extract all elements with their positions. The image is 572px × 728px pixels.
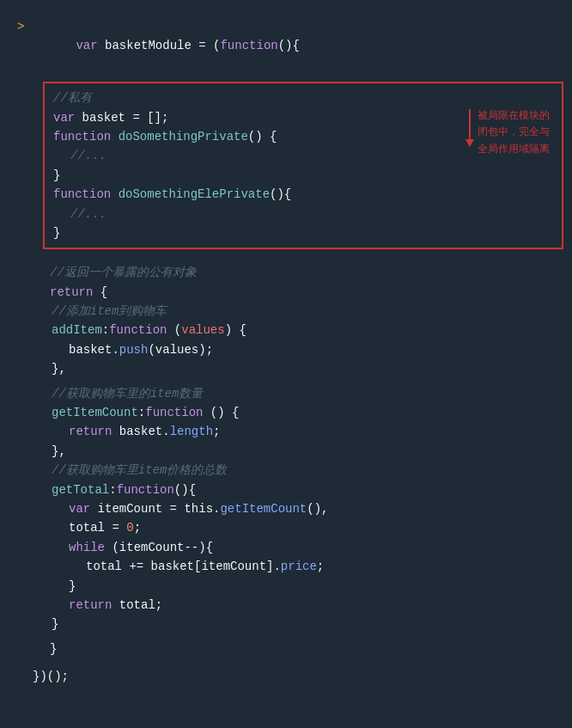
annotation-arrow (466, 109, 474, 147)
return-comment: //返回一个暴露的公有对象 (17, 263, 563, 282)
additem-declaration: addItem:function (values) { (17, 321, 563, 340)
while-loop: while (itemCount--){ (17, 538, 563, 557)
return-basket-length: return basket.length; (17, 422, 563, 441)
private-comment: //私有 (53, 89, 553, 107)
function-doSomethingElePrivate: function doSomethingElePrivate(){ (53, 185, 553, 204)
getitemcount-comment: //获取购物车里的item数量 (17, 384, 563, 403)
close-gettotal: } (17, 615, 563, 633)
var-name: basketModule (105, 39, 192, 52)
getitemcount-declaration: getItemCount:function () { (17, 403, 563, 422)
var-total: total = 0; (17, 518, 563, 537)
keyword-var: var (76, 39, 105, 52)
basket-push: basket.push(values); (17, 340, 563, 359)
close-return-obj: } (17, 639, 563, 658)
annotation-container: 被局限在模块的闭包中，完全与全局作用域隔离 (466, 107, 551, 157)
close-additem: }, (17, 359, 563, 378)
line-1: > var basketModule = (function(){ (17, 17, 563, 75)
close-brace-1: } (53, 166, 553, 185)
annotation-text: 被局限在模块的闭包中，完全与全局作用域隔离 (478, 107, 551, 157)
close-getitemcount: }, (17, 442, 563, 461)
close-brace-2: } (53, 223, 553, 242)
total-increment: total += basket[itemCount].price; (17, 557, 563, 576)
comment-ellipsis-2: //... (53, 205, 553, 223)
return-statement: return { (17, 283, 563, 302)
keyword-function: function (220, 39, 277, 52)
additem-comment: //添加item到购物车 (17, 302, 563, 321)
gutter-arrow: > (17, 17, 33, 36)
var-itemcount: var itemCount = this.getItemCount(), (17, 499, 563, 518)
code-editor: > var basketModule = (function(){ //私有 v… (0, 0, 572, 704)
gettotal-declaration: getTotal:function(){ (17, 480, 563, 499)
close-while: } (17, 577, 563, 596)
gettotal-comment: //获取购物车里item价格的总数 (17, 461, 563, 480)
return-total: return total; (17, 596, 563, 615)
iife-close: })(); (17, 667, 563, 686)
